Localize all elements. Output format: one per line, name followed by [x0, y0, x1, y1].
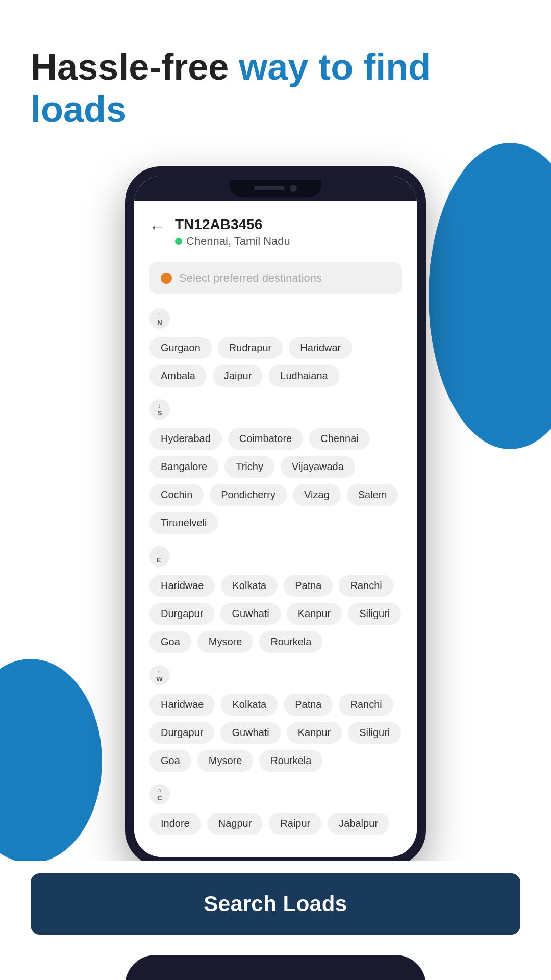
tag-coimbatore[interactable]: Coimbatore	[228, 428, 303, 450]
tag-west-siliguri[interactable]: Siliguri	[348, 722, 401, 744]
central-icon: ○C	[149, 784, 170, 804]
tag-east-siliguri[interactable]: Siliguri	[348, 603, 401, 625]
tag-nagpur[interactable]: Nagpur	[207, 813, 263, 835]
tag-east-guwhati[interactable]: Guwhati	[220, 603, 280, 625]
west-tags: Haridwae Kolkata Patna Ranchi Durgapur G…	[149, 694, 402, 772]
location-text: Chennai, Tamil Nadu	[186, 235, 290, 248]
tag-raipur[interactable]: Raipur	[269, 813, 321, 835]
tag-west-guwhati[interactable]: Guwhati	[220, 722, 280, 744]
destination-icon	[161, 273, 172, 284]
north-section: ↑N Gurgaon Rudrapur Haridwar Ambala Jaip…	[149, 308, 402, 387]
vehicle-info: TN12AB3456 Chennai, Tamil Nadu	[175, 216, 290, 248]
north-header: ↑N	[149, 308, 402, 329]
speaker-bar	[254, 186, 285, 190]
tag-west-durgapur[interactable]: Durgapur	[149, 722, 214, 744]
notch-inner	[230, 180, 321, 197]
tag-jaipur[interactable]: Jaipur	[213, 365, 263, 387]
tag-east-haridwae[interactable]: Haridwae	[149, 575, 215, 597]
phone-screen: ← TN12AB3456 Chennai, Tamil Nadu Select …	[134, 176, 417, 857]
vehicle-location: Chennai, Tamil Nadu	[175, 235, 290, 248]
camera-dot	[290, 185, 297, 192]
tag-west-patna[interactable]: Patna	[284, 694, 333, 716]
app-content: ← TN12AB3456 Chennai, Tamil Nadu Select …	[134, 201, 417, 857]
search-loads-button[interactable]: Search Loads	[31, 873, 520, 935]
east-header: →E	[149, 546, 402, 567]
south-tags: Hyderabad Coimbatore Chennai Bangalore T…	[149, 428, 402, 534]
tag-ludhaiana[interactable]: Ludhaiana	[269, 365, 339, 387]
south-icon: ↓S	[149, 399, 170, 420]
west-icon: ←W	[149, 665, 170, 685]
north-tags: Gurgaon Rudrapur Haridwar Ambala Jaipur …	[149, 337, 402, 387]
west-section: ←W Haridwae Kolkata Patna Ranchi Durgapu…	[149, 665, 402, 772]
tag-east-ranchi[interactable]: Ranchi	[339, 575, 393, 597]
central-header: ○C	[149, 784, 402, 804]
central-section: ○C Indore Nagpur Raipur Jabalpur	[149, 784, 402, 835]
tag-rudrapur[interactable]: Rudrapur	[218, 337, 283, 359]
tag-west-kolkata[interactable]: Kolkata	[221, 694, 278, 716]
destination-search-box[interactable]: Select preferred destinations	[149, 262, 402, 294]
tag-chennai[interactable]: Chennai	[309, 428, 370, 450]
tag-cochin[interactable]: Cochin	[149, 484, 204, 506]
tag-bangalore[interactable]: Bangalore	[149, 456, 218, 478]
east-tags: Haridwae Kolkata Patna Ranchi Durgapur G…	[149, 575, 402, 653]
tag-west-mysore[interactable]: Mysore	[197, 750, 254, 772]
tag-east-patna[interactable]: Patna	[284, 575, 333, 597]
tag-indore[interactable]: Indore	[149, 813, 201, 835]
tag-salem[interactable]: Salem	[347, 484, 398, 506]
tag-west-haridwae[interactable]: Haridwae	[149, 694, 215, 716]
phone-wrapper: ← TN12AB3456 Chennai, Tamil Nadu Select …	[0, 166, 551, 866]
app-header: ← TN12AB3456 Chennai, Tamil Nadu	[149, 216, 402, 248]
tag-jabalpur[interactable]: Jabalpur	[328, 813, 389, 835]
tag-west-goa[interactable]: Goa	[149, 750, 191, 772]
hero-section: Hassle-free way to findloads	[0, 0, 551, 151]
south-section: ↓S Hyderabad Coimbatore Chennai Bangalor…	[149, 399, 402, 534]
west-header: ←W	[149, 665, 402, 685]
hero-title-plain: Hassle-free	[31, 46, 239, 87]
tag-west-kanpur[interactable]: Kanpur	[287, 722, 342, 744]
tag-east-rourkela[interactable]: Rourkela	[259, 631, 322, 653]
east-section: →E Haridwae Kolkata Patna Ranchi Durgapu…	[149, 546, 402, 653]
bottom-phone-hint	[0, 955, 551, 980]
tag-pondicherry[interactable]: Pondicherry	[210, 484, 287, 506]
vehicle-id: TN12AB3456	[175, 216, 290, 233]
tag-hyderabad[interactable]: Hyderabad	[149, 428, 222, 450]
notch	[134, 176, 417, 201]
south-header: ↓S	[149, 399, 402, 420]
phone-mockup: ← TN12AB3456 Chennai, Tamil Nadu Select …	[125, 166, 426, 866]
bottom-bar: Search Loads	[0, 861, 551, 950]
back-button[interactable]: ←	[149, 218, 165, 236]
north-icon: ↑N	[149, 308, 170, 329]
tag-tirunelveli[interactable]: Tirunelveli	[149, 512, 218, 534]
central-tags: Indore Nagpur Raipur Jabalpur	[149, 813, 402, 835]
tag-vizag[interactable]: Vizag	[293, 484, 341, 506]
east-icon: →E	[149, 546, 170, 567]
tag-vijayawada[interactable]: Vijayawada	[281, 456, 355, 478]
tag-east-durgapur[interactable]: Durgapur	[149, 603, 214, 625]
tag-haridwar[interactable]: Haridwar	[289, 337, 352, 359]
tag-ambala[interactable]: Ambala	[149, 365, 207, 387]
tag-east-mysore[interactable]: Mysore	[197, 631, 254, 653]
tag-east-kanpur[interactable]: Kanpur	[287, 603, 342, 625]
hero-title: Hassle-free way to findloads	[31, 46, 520, 131]
tag-gurgaon[interactable]: Gurgaon	[149, 337, 212, 359]
tag-west-rourkela[interactable]: Rourkela	[259, 750, 322, 772]
location-dot-icon	[175, 238, 182, 245]
tag-east-kolkata[interactable]: Kolkata	[221, 575, 278, 597]
bottom-phone-strip	[125, 955, 426, 980]
tag-east-goa[interactable]: Goa	[149, 631, 191, 653]
tag-west-ranchi[interactable]: Ranchi	[339, 694, 393, 716]
tag-trichy[interactable]: Trichy	[224, 456, 274, 478]
search-placeholder-text: Select preferred destinations	[179, 272, 322, 285]
